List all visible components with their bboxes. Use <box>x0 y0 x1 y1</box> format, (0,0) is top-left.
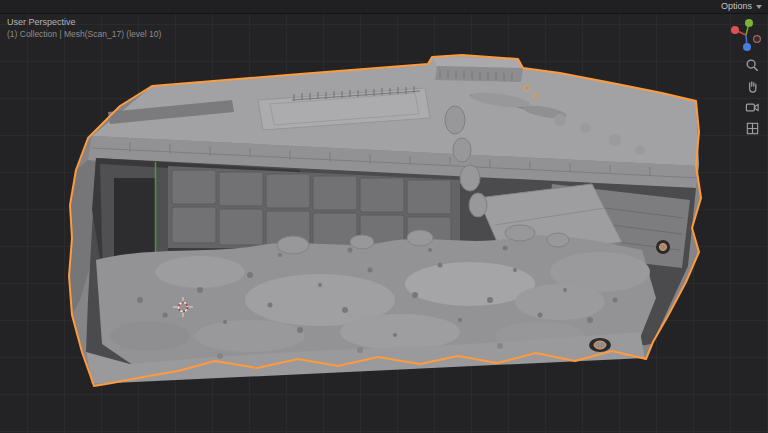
ortho-grid-icon[interactable] <box>745 121 760 136</box>
options-button[interactable]: Options <box>721 2 762 11</box>
active-object-breadcrumb: (1) Collection | Mesh(Scan_17) (level 10… <box>7 29 161 39</box>
viewport-header: Options <box>0 0 768 14</box>
options-label: Options <box>721 2 752 11</box>
zoom-icon[interactable] <box>745 58 760 73</box>
gizmo-axis-z-dot[interactable] <box>743 43 751 51</box>
scan-mesh[interactable] <box>69 55 701 386</box>
view-perspective-label: User Perspective <box>7 17 76 27</box>
gizmo-axis-negative-dot[interactable] <box>754 36 761 43</box>
pan-hand-icon[interactable] <box>745 79 760 94</box>
camera-view-icon[interactable] <box>745 100 760 115</box>
gizmo-axis-x-dot[interactable] <box>731 26 739 34</box>
viewport-3d[interactable]: Options User Perspective (1) Collection … <box>0 0 768 433</box>
viewport-controls <box>745 58 760 136</box>
navigation-gizmo[interactable] <box>728 16 764 52</box>
chevron-down-icon <box>756 5 762 9</box>
gizmo-axis-y-dot[interactable] <box>745 19 753 27</box>
